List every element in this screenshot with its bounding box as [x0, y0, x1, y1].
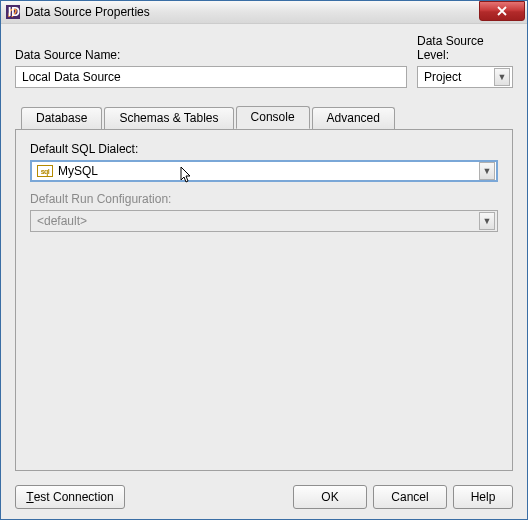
window-title: Data Source Properties: [25, 5, 150, 19]
default-sql-dialect-value: MySQL: [58, 164, 479, 178]
data-source-name-label: Data Source Name:: [15, 48, 407, 62]
chevron-down-icon: ▼: [479, 212, 495, 230]
help-button[interactable]: Help: [453, 485, 513, 509]
close-button[interactable]: [479, 1, 525, 21]
test-connection-button[interactable]: Test Connection: [15, 485, 125, 509]
default-run-config-value: <default>: [37, 214, 479, 228]
ok-button[interactable]: OK: [293, 485, 367, 509]
default-run-config-label: Default Run Configuration:: [30, 192, 498, 206]
data-source-level-value: Project: [424, 70, 494, 84]
app-icon: ID: [5, 4, 21, 20]
tab-panel-console: Default SQL Dialect: sql MySQL ▼ Default…: [15, 129, 513, 471]
sql-icon: sql: [36, 164, 54, 178]
tab-console[interactable]: Console: [236, 106, 310, 129]
dialog-footer: Test Connection OK Cancel Help: [1, 479, 527, 519]
default-run-config-combo: <default> ▼: [30, 210, 498, 232]
tab-database[interactable]: Database: [21, 107, 102, 129]
dialog-window: ID Data Source Properties Data Source Na…: [0, 0, 528, 520]
svg-text:ID: ID: [8, 5, 20, 19]
data-source-name-input[interactable]: [15, 66, 407, 88]
chevron-down-icon: ▼: [494, 68, 510, 86]
titlebar: ID Data Source Properties: [1, 1, 527, 24]
cancel-button[interactable]: Cancel: [373, 485, 447, 509]
tab-schemas-tables[interactable]: Schemas & Tables: [104, 107, 233, 129]
chevron-down-icon: ▼: [479, 162, 495, 180]
dialog-content: Data Source Name: Data Source Level: Pro…: [1, 24, 527, 479]
default-sql-dialect-label: Default SQL Dialect:: [30, 142, 498, 156]
default-sql-dialect-combo[interactable]: sql MySQL ▼: [30, 160, 498, 182]
tab-advanced[interactable]: Advanced: [312, 107, 395, 129]
data-source-level-label: Data Source Level:: [417, 34, 513, 62]
tabs: Database Schemas & Tables Console Advanc…: [15, 106, 513, 471]
data-source-level-combo[interactable]: Project ▼: [417, 66, 513, 88]
